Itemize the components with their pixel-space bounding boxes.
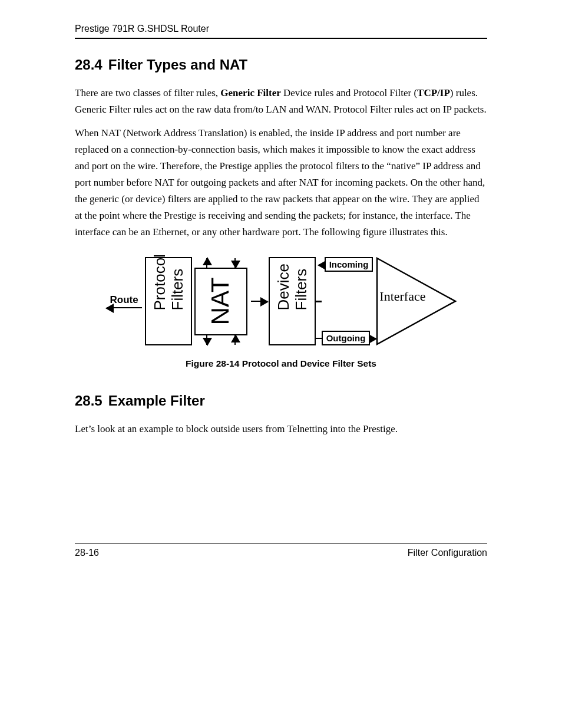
- arrow-left-icon: [319, 264, 325, 265]
- interface-shape: Interface: [376, 257, 458, 345]
- figure-28-14: Route Protocol Filters NAT: [75, 255, 487, 348]
- arrow-down-icon: [234, 258, 236, 268]
- section-number: 28.5: [75, 393, 103, 409]
- text: When NAT (Network Address Translation) i…: [75, 127, 485, 238]
- text: There are two classes of filter rules,: [75, 87, 220, 98]
- device-label: Device: [274, 292, 292, 310]
- interface-label: Interface: [379, 289, 425, 304]
- page-footer: 28-16 Filter Configuration: [75, 543, 487, 558]
- bold-text: Generic Filter: [220, 87, 280, 98]
- arrow-down-icon: [206, 335, 207, 345]
- filters-label: Filters: [292, 292, 310, 310]
- bold-text: TCP/IP: [417, 87, 450, 98]
- paragraph: Let’s look at an example to block outsid…: [75, 421, 487, 437]
- protocol-filters-box: Protocol Filters: [145, 257, 192, 345]
- paragraph: There are two classes of filter rules, G…: [75, 85, 487, 118]
- section-title: Filter Types and NAT: [108, 57, 247, 73]
- connector-line: [316, 301, 322, 302]
- arrow-up-icon: [234, 335, 236, 345]
- arrow-left-icon: [107, 307, 142, 308]
- nat-label: NAT: [207, 278, 235, 325]
- text: Device rules and Protocol Filter (: [281, 87, 417, 98]
- arrow-right-icon: [251, 301, 267, 302]
- page-header: Prestige 791R G.SHDSL Router: [75, 24, 487, 39]
- connector-line: [316, 338, 322, 340]
- section-heading-28-4: 28.4Filter Types and NAT: [75, 57, 487, 73]
- text: Let’s look at an example to block outsid…: [75, 423, 398, 434]
- arrow-up-icon: [206, 258, 207, 268]
- outgoing-box: Outgoing: [322, 331, 371, 345]
- incoming-box: Incoming: [325, 257, 373, 272]
- nat-box: NAT: [194, 268, 247, 335]
- section-heading-28-5: 28.5Example Filter: [75, 393, 487, 409]
- section-number: 28.4: [75, 57, 103, 73]
- header-title: Prestige 791R G.SHDSL Router: [75, 24, 209, 34]
- arrow-right-icon: [370, 338, 376, 339]
- page-number: 28-16: [75, 548, 99, 558]
- io-column: Incoming Outgoing: [316, 255, 376, 348]
- route-label: Route: [110, 294, 138, 306]
- device-filters-box: Device Filters: [269, 257, 316, 345]
- figure-caption: Figure 28-14 Protocol and Device Filter …: [75, 358, 487, 369]
- route-block: Route: [104, 294, 145, 308]
- diagram: Route Protocol Filters NAT: [104, 255, 459, 348]
- filters-label: Filters: [168, 292, 186, 310]
- paragraph: When NAT (Network Address Translation) i…: [75, 125, 487, 241]
- nat-column: NAT: [192, 257, 250, 346]
- section-title: Example Filter: [108, 393, 205, 409]
- protocol-label: Protocol: [150, 292, 168, 310]
- footer-title: Filter Configuration: [408, 548, 487, 558]
